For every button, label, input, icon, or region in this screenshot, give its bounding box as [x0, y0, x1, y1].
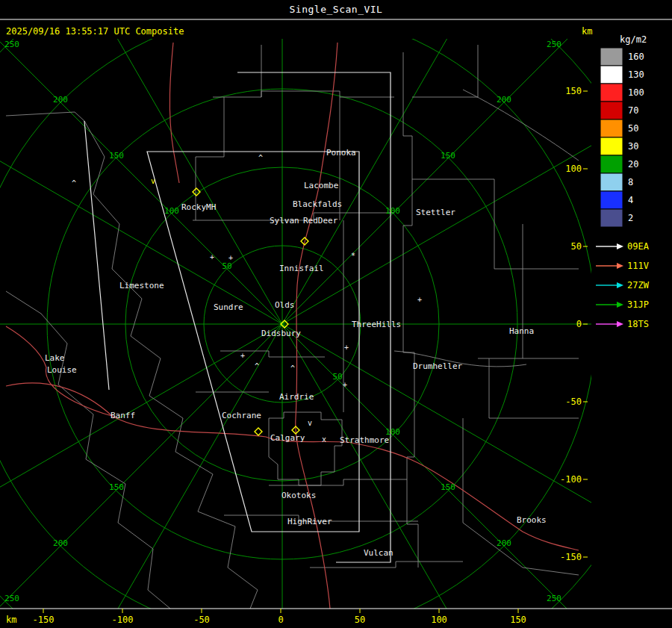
- scale-swatch: [600, 209, 623, 227]
- range-label: 250: [4, 40, 19, 49]
- range-label: 250: [547, 40, 561, 49]
- scale-value-label: 50: [628, 123, 638, 134]
- x-axis-unit-label: km: [6, 615, 16, 625]
- city-label: Hanna: [509, 326, 534, 336]
- town-point-icon: ^: [72, 179, 76, 187]
- scale-swatch: [600, 102, 623, 119]
- city-label: ThreeHills: [352, 320, 401, 329]
- y-tick-label: -100: [560, 474, 582, 485]
- city-label: Stettler: [416, 208, 455, 217]
- town-point-icon: +: [343, 381, 347, 389]
- city-label: Innisfail: [279, 264, 324, 273]
- x-tick-label: 150: [510, 615, 526, 625]
- range-label: 150: [441, 482, 455, 492]
- radar-id-label: 31JP: [627, 299, 649, 310]
- city-label: Calgary: [270, 433, 305, 443]
- range-label: 100: [385, 206, 400, 216]
- range-label: 200: [53, 538, 68, 548]
- town-point-icon: +: [210, 253, 214, 261]
- city-label: Drumheller: [413, 361, 463, 371]
- range-label: 200: [497, 538, 511, 548]
- scale-value-label: 70: [628, 105, 638, 116]
- scale-value-label: 30: [628, 141, 638, 152]
- y-tick-label: -150: [560, 552, 582, 562]
- scale-swatch: [600, 84, 623, 102]
- range-label: 250: [4, 594, 19, 603]
- range-label: 150: [109, 151, 124, 161]
- range-label: 200: [497, 95, 511, 105]
- city-label: Blackfalds: [293, 199, 342, 209]
- city-label: Brooks: [517, 515, 547, 525]
- town-point-icon: +: [344, 343, 349, 352]
- scale-swatch: [600, 155, 623, 173]
- city-label: Olds: [275, 300, 295, 310]
- scale-swatch: [600, 191, 623, 209]
- range-label: 250: [547, 594, 561, 603]
- y-tick-label: 50: [571, 241, 582, 252]
- city-label: Cochrane: [222, 411, 261, 420]
- scale-swatch: [600, 66, 623, 84]
- y-tick-label: -50: [565, 397, 582, 407]
- radar-id-label: 09EA: [627, 241, 650, 252]
- radar-id-label: 27ZW: [627, 280, 650, 290]
- town-point-icon: x: [322, 435, 326, 444]
- town-point-icon: +: [240, 352, 245, 360]
- city-label: Lacombe: [304, 181, 338, 190]
- city-label: Strathmore: [340, 435, 389, 445]
- scale-swatch: [600, 48, 623, 66]
- town-point-icon: +: [417, 296, 422, 304]
- timestamp-label: 2025/09/16 13:55:17 UTC Composite: [6, 26, 184, 37]
- city-label: HighRiver: [287, 517, 332, 526]
- range-label: 150: [441, 151, 455, 161]
- city-label: Limestone: [119, 281, 164, 290]
- scale-swatch: [600, 119, 623, 137]
- scale-swatch: [600, 173, 623, 191]
- x-tick-label: -150: [33, 615, 55, 625]
- scale-value-label: 130: [628, 69, 644, 80]
- y-tick-label: 150: [565, 86, 582, 96]
- radar-id-label: 111V: [627, 261, 649, 271]
- town-point-icon: ^: [258, 154, 263, 162]
- scale-unit-label: kg/m2: [620, 34, 647, 45]
- x-tick-label: 50: [355, 615, 365, 625]
- town-point-icon: v: [151, 177, 155, 185]
- town-point-icon: +: [228, 254, 233, 262]
- city-label: Didsbury: [261, 329, 301, 338]
- scale-value-label: 2: [628, 213, 633, 223]
- scale-value-label: 20: [628, 159, 638, 170]
- radar-display[interactable]: Single_Scan_VIL 2025/09/16 13:55:17 UTC …: [0, 0, 672, 628]
- scale-value-label: 4: [628, 195, 633, 205]
- scale-value-label: 100: [628, 87, 644, 98]
- radar-app-window: Single_Scan_VIL 2025/09/16 13:55:17 UTC …: [0, 0, 672, 628]
- city-label: RedDeer: [303, 216, 338, 226]
- y-tick-label: 0: [576, 319, 582, 329]
- city-label: Airdrie: [279, 392, 314, 402]
- y-axis-unit-label: km: [582, 26, 592, 37]
- city-label: Louise: [47, 365, 77, 375]
- city-label: Ponoka: [326, 148, 356, 158]
- town-point-icon: ^: [255, 362, 259, 370]
- x-tick-label: -50: [193, 615, 210, 625]
- city-label: Banff: [111, 411, 135, 420]
- range-label: 50: [222, 261, 231, 271]
- scale-swatch: [600, 137, 623, 155]
- x-tick-label: 100: [431, 615, 447, 625]
- city-label: RockyMH: [181, 202, 216, 212]
- city-label: Okotoks: [281, 491, 316, 500]
- window-title: Single_Scan_VIL: [290, 4, 383, 15]
- range-label: 100: [164, 206, 179, 216]
- town-point-icon: ^: [290, 364, 295, 373]
- town-point-icon: *: [351, 252, 355, 260]
- city-label: Vulcan: [364, 548, 393, 558]
- city-label: Sylvan: [270, 216, 299, 226]
- x-tick-label: -100: [112, 615, 134, 625]
- scale-value-label: 160: [628, 52, 644, 62]
- city-label: Lake: [45, 353, 65, 363]
- y-tick-label: 100: [565, 164, 582, 174]
- range-label: 50: [332, 372, 342, 382]
- city-label: Sundre: [214, 302, 243, 312]
- range-label: 150: [109, 482, 124, 492]
- town-point-icon: v: [308, 419, 312, 427]
- scale-value-label: 8: [628, 177, 633, 187]
- range-label: 200: [53, 95, 68, 105]
